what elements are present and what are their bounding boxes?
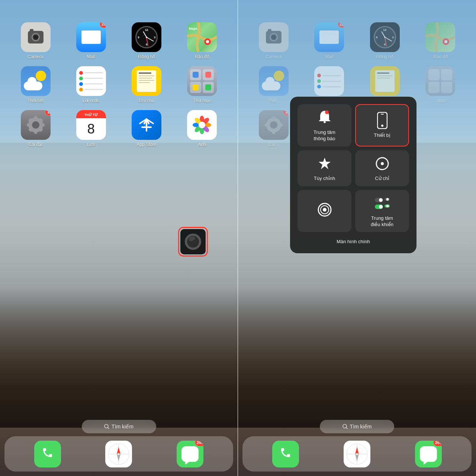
maps-svg: Maps [187,22,217,52]
left-dock-messages[interactable]: 269 [177,441,203,467]
left-folder-app[interactable]: Thư mục [176,66,228,103]
svg-point-38 [270,121,277,129]
right-person [238,286,476,428]
left-search-bar[interactable]: Tìm kiếm [82,420,156,433]
right-mail-badge: 28 [338,22,344,28]
customize-label: Tùy chỉnh [314,176,335,182]
svg-point-2 [206,40,209,43]
left-calendar-label: Lịch [87,142,95,147]
left-assistive-touch[interactable] [178,227,208,257]
right-dock-phone[interactable] [272,441,299,467]
safari-icon [107,443,130,466]
left-mail-label: Mail [87,54,95,60]
left-weather-label: Thời tiết [28,98,44,103]
left-camera-label: Camera [28,54,44,60]
context-customize[interactable]: Tùy chỉnh [298,150,351,186]
context-control-center[interactable]: Trung tâmđiều khiển [355,190,409,232]
left-notes-app[interactable]: Ghi chú [120,66,173,103]
left-search-text: Tìm kiếm [112,424,134,430]
left-maps-label: Bản đồ [195,54,209,60]
left-dock: 269 [4,436,233,472]
left-clock-app[interactable]: 12 6 3 9 Đồng hồ [120,22,173,60]
notification-center-label: Trung tâmthông báo [313,129,335,142]
right-maps-app[interactable]: Bản đồ [414,22,467,60]
left-maps-app[interactable]: Maps Bản đồ [176,22,228,60]
right-weather-label: Thờ... [268,98,279,103]
svg-rect-7 [34,116,37,120]
bell-icon [316,109,334,126]
context-home[interactable] [298,190,351,232]
left-mail-app[interactable]: 28 Mail [65,22,117,60]
svg-point-44 [325,110,329,114]
right-clock-label: Đồng hồ [376,54,393,60]
svg-rect-42 [279,123,283,126]
left-app-grid: Camera 28 Mail 12 6 3 9 [0,15,238,155]
right-settings-badge: 2 [283,110,289,116]
left-settings-label: Cài đặt [28,142,42,147]
left-mail-badge: 28 [100,22,106,28]
svg-point-25 [199,122,205,128]
gesture-label: Cử chỉ [375,176,389,182]
svg-rect-9 [27,123,30,126]
svg-point-50 [381,162,384,165]
svg-text:Maps: Maps [189,27,197,30]
context-menu: Trung tâmthông báo Thiết bị Tùy chỉnh [290,97,416,253]
right-mail-label: Mail [325,54,333,60]
right-camera-app[interactable]: Camera [247,22,300,60]
context-notification-center[interactable]: Trung tâmthông báo [298,104,351,147]
svg-line-63 [346,428,347,429]
left-photos-app[interactable]: Ảnh [176,110,228,147]
right-messages-badge: 269 [433,441,442,446]
svg-rect-47 [381,114,384,115]
left-appstore-app[interactable]: App Store [120,110,173,147]
right-maps-label: Bản đồ [433,54,448,60]
svg-point-57 [379,205,383,209]
right-phone-icon [278,447,293,461]
calendar-weekday: THỨ TƯ [84,113,98,117]
left-calendar-app[interactable]: THỨ TƯ 8 Lịch [65,110,117,147]
left-weather-app[interactable]: Thời tiết [9,66,62,103]
right-clock-app[interactable]: 12 6 3 9 Đồng hồ [358,22,411,60]
svg-line-27 [108,428,109,429]
device-phone-icon [373,112,391,129]
left-camera-app[interactable]: Camera [9,22,62,60]
left-dock-phone[interactable] [34,441,61,467]
left-folder-label: Thư mục [193,98,211,103]
context-device[interactable]: Thiết bị [355,104,409,147]
left-messages-badge: 269 [195,441,203,446]
toggle-icon [373,194,391,212]
left-person [0,286,238,428]
left-reminders-app[interactable]: Lời nhắc [65,66,117,103]
star-icon [316,155,334,173]
right-search-icon [342,424,348,429]
left-settings-app[interactable]: 2 Cài đặt [9,110,62,147]
search-icon [104,424,109,429]
right-weather-app[interactable]: Thờ... [247,66,300,103]
gesture-icon [373,155,391,173]
right-settings-label: Cài... [268,142,279,147]
svg-rect-8 [34,130,37,134]
right-maps-svg [425,22,455,52]
home-screen-label-container: Màn hình chính [298,236,409,246]
home-screen-label: Màn hình chính [337,239,370,244]
svg-point-61 [386,205,389,207]
right-dock-messages[interactable]: 269 [415,441,442,467]
control-center-label: Trung tâmđiều khiển [371,215,393,228]
left-clock-label: Đồng hồ [138,54,155,60]
calendar-date: 8 [87,121,95,137]
photos-icon [190,113,213,136]
left-settings-badge: 2 [45,110,51,116]
right-folder-app[interactable]: ...mục [414,66,467,103]
left-photos-label: Ảnh [198,142,206,147]
left-dock-safari[interactable] [105,441,132,467]
right-panel: Camera 28 Mail 12 6 3 9 [238,0,476,476]
svg-rect-41 [265,123,268,126]
right-search-bar[interactable]: Tìm kiếm [320,420,394,433]
right-mail-app[interactable]: 28 Mail [303,22,356,60]
phone-icon [40,447,55,461]
svg-rect-10 [41,123,45,126]
right-dock-safari[interactable] [344,441,370,467]
context-gesture[interactable]: Cử chỉ [355,150,409,186]
svg-rect-43 [324,121,326,123]
settings-gear-icon [26,115,45,135]
